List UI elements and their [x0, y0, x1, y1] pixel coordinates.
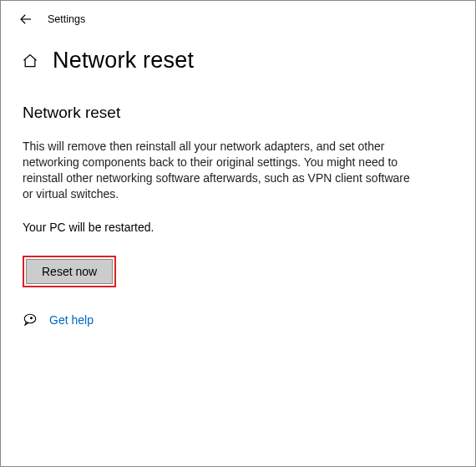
home-icon[interactable] [21, 52, 39, 70]
page-title: Network reset [53, 48, 194, 74]
back-arrow-icon[interactable] [18, 11, 34, 28]
title-row: Network reset [1, 34, 475, 80]
get-help-link[interactable]: Get help [49, 313, 94, 327]
reset-now-button[interactable]: Reset now [26, 259, 113, 284]
content-area: Network reset This will remove then rein… [1, 80, 475, 327]
app-name-label: Settings [48, 13, 85, 25]
reset-button-highlight: Reset now [23, 256, 116, 287]
section-heading: Network reset [23, 104, 452, 122]
svg-point-2 [31, 317, 33, 318]
help-row: Get help [23, 312, 452, 327]
description-text: This will remove then reinstall all your… [23, 139, 423, 202]
window-header: Settings [1, 1, 475, 34]
chat-help-icon [23, 312, 38, 327]
restart-notice: Your PC will be restarted. [23, 221, 452, 234]
